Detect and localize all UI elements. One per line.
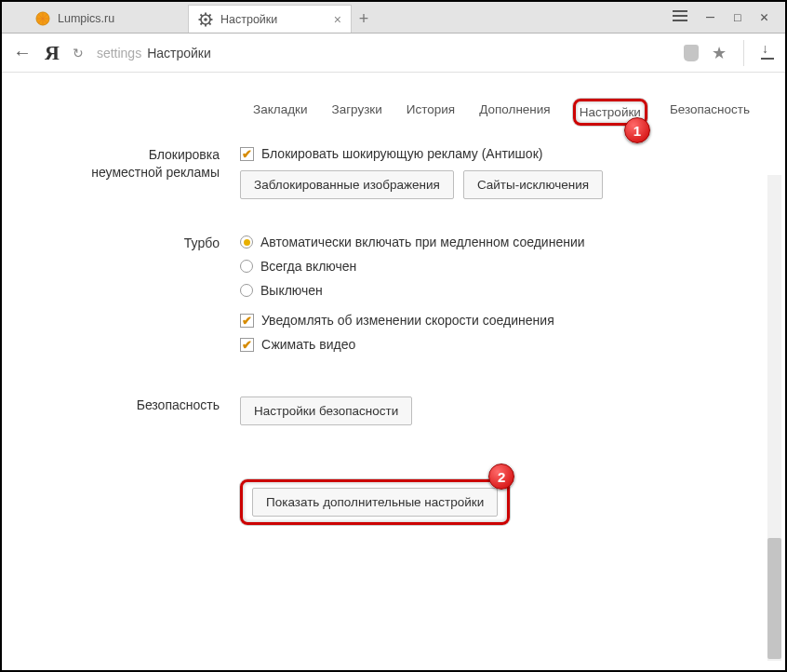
bookmark-star-icon[interactable]: ★ [712,43,727,63]
nav-history[interactable]: История [405,99,457,126]
scrollbar-track[interactable] [767,175,781,661]
settings-content: Закладки Загрузки История Дополнения Нас… [2,73,785,670]
radio-icon [240,284,253,297]
annotation-badge-1: 1 [624,117,650,143]
checkbox-label: Сжимать видео [261,337,355,352]
nav-downloads[interactable]: Загрузки [329,99,383,126]
hamburger-icon [673,10,687,21]
address-title: Настройки [147,46,211,60]
scrollbar-thumb[interactable] [767,538,781,659]
radio-icon [240,235,253,249]
checkmark-icon: ✔ [240,147,254,161]
checkmark-icon: ✔ [240,314,254,328]
downloads-icon[interactable] [761,47,774,60]
back-button[interactable]: ← [13,42,32,63]
svg-line-13 [209,14,211,16]
radio-label: Автоматически включать при медленном сое… [260,235,585,249]
shield-icon[interactable] [684,45,699,61]
svg-line-14 [201,22,203,24]
security-settings-button[interactable]: Настройки безопасности [240,396,412,425]
checkbox-turbo-notify[interactable]: ✔ Уведомлять об изменении скорости соеди… [240,313,748,328]
radio-label: Выключен [260,283,323,298]
maximize-button[interactable]: ☐ [733,8,741,25]
annotation-badge-2: 2 [488,464,514,490]
new-tab-button[interactable]: + [352,5,376,33]
close-window-button[interactable]: ✕ [760,8,768,25]
svg-line-12 [209,22,211,24]
checkmark-icon: ✔ [240,338,254,352]
radio-label: Всегда включен [260,259,356,274]
nav-security[interactable]: Безопасность [668,99,752,126]
nav-addons[interactable]: Дополнения [477,99,552,126]
show-advanced-button[interactable]: Показать дополнительные настройки [252,488,498,517]
gear-icon [198,12,213,27]
tab-bar: Lumpics.ru Настройки × + — ☐ ✕ [2,2,785,34]
tab-title: Lumpics.ru [58,12,114,25]
section-label-ads: Блокировка неуместной рекламы [67,146,240,199]
nav-bookmarks[interactable]: Закладки [251,99,309,126]
radio-icon [240,260,253,273]
nav-settings-highlight: Настройки 1 [573,99,647,126]
blocked-images-button[interactable]: Заблокированные изображения [240,170,454,199]
radio-turbo-auto[interactable]: Автоматически включать при медленном сое… [240,235,748,249]
address-field[interactable]: settings Настройки [97,46,671,60]
yandex-logo[interactable]: Я [45,41,60,65]
tab-lumpics[interactable]: Lumpics.ru [26,5,189,33]
checkbox-turbo-compress[interactable]: ✔ Сжимать видео [240,337,748,352]
orange-icon [35,11,50,26]
reload-button[interactable]: ↻ [73,46,84,60]
advanced-highlight: Показать дополнительные настройки 2 [240,479,510,525]
tab-title: Настройки [220,13,277,26]
svg-point-6 [204,18,207,21]
address-prefix: settings [97,46,141,60]
tab-settings[interactable]: Настройки × [189,5,352,33]
checkbox-block-shock[interactable]: ✔ Блокировать шокирующую рекламу (Антишо… [240,146,748,161]
checkbox-label: Уведомлять об изменении скорости соедине… [261,313,554,328]
checkbox-label: Блокировать шокирующую рекламу (Антишок) [261,146,542,161]
address-bar: ← Я ↻ settings Настройки ★ [2,34,785,73]
radio-turbo-always[interactable]: Всегда включен [240,259,748,274]
settings-nav: Закладки Загрузки История Дополнения Нас… [2,99,785,126]
radio-turbo-off[interactable]: Выключен [240,283,748,298]
close-icon[interactable]: × [327,12,341,27]
site-exceptions-button[interactable]: Сайты-исключения [463,170,603,199]
section-label-security: Безопасность [67,396,240,425]
minimize-button[interactable]: — [706,8,714,25]
svg-line-11 [201,14,203,16]
section-label-turbo: Турбо [67,235,240,361]
menu-button[interactable] [673,8,687,25]
